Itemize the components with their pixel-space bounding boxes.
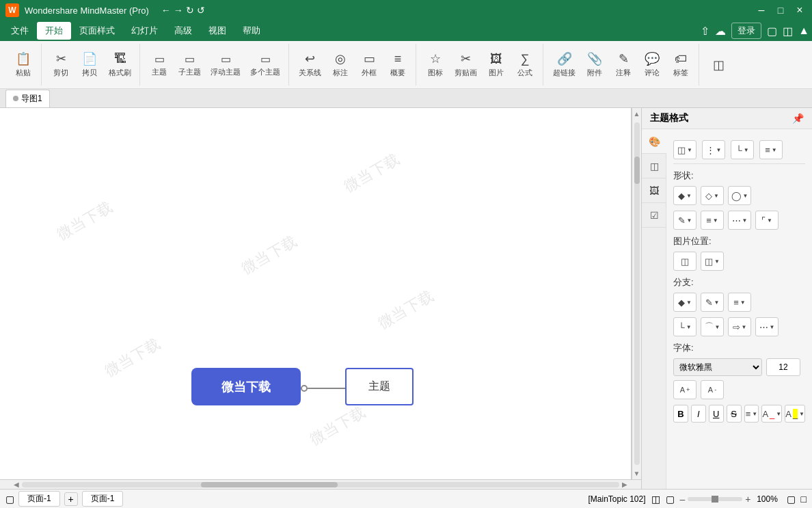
paste-btn[interactable]: 📋 粘贴 [10, 49, 37, 80]
cut-btn[interactable]: ✂ 剪切 [47, 49, 75, 80]
misc-btn[interactable]: ◫ [705, 55, 732, 75]
img-pos-btn-2[interactable]: ◫▼ [701, 252, 724, 271]
branch-style-btn-4[interactable]: ⋯▼ [755, 317, 779, 336]
outline-btn[interactable]: ◇▼ [701, 186, 724, 205]
formula-label: 公式 [517, 68, 532, 78]
picture-btn[interactable]: 🖼 图片 [483, 50, 510, 80]
highlight-btn[interactable]: A_▼ [785, 405, 805, 423]
root-node[interactable]: 微当下载 [191, 368, 301, 405]
tag-btn[interactable]: 🏷 标签 [667, 50, 694, 80]
hyperlink-btn[interactable]: 🔗 超链接 [549, 49, 580, 80]
relation-btn[interactable]: ↩ 关系线 [295, 49, 325, 80]
shape-row-1: ◆▼ ◇▼ ◯▼ [673, 186, 805, 205]
panel-tab-check[interactable]: ☑ [642, 203, 666, 228]
page-tab-1[interactable]: 页面-1 [18, 491, 60, 507]
branch-fill-btn[interactable]: ◆▼ [673, 293, 696, 312]
tab-diagram1[interactable]: 导图1 [5, 90, 50, 107]
formula-btn[interactable]: ∑ 公式 [511, 50, 539, 80]
annotation-btn[interactable]: ✎ 注释 [610, 49, 637, 80]
menu-page-style[interactable]: 页面样式 [71, 22, 123, 40]
comment-btn[interactable]: 💬 评论 [638, 49, 666, 80]
strikethrough-btn[interactable]: S [727, 405, 742, 423]
layout-btn-2[interactable]: ⋮▼ [702, 140, 725, 159]
fit-screen-btn[interactable]: ▢ [787, 494, 796, 505]
redo2-btn[interactable]: ↺ [197, 5, 205, 16]
shadow-btn[interactable]: ◯▼ [728, 186, 751, 205]
font-color-btn[interactable]: A_▼ [761, 405, 782, 423]
fit-icon-2[interactable]: ▢ [666, 494, 675, 505]
underline-btn[interactable]: U [709, 405, 724, 423]
italic-btn[interactable]: I [691, 405, 706, 423]
hscroll-right-btn[interactable]: ▶ [622, 481, 627, 488]
menu-start[interactable]: 开始 [37, 22, 71, 40]
font-section: 字体: 微软雅黑 A+ A- B I U S ≡▼ [673, 342, 805, 423]
zoom-plus-btn[interactable]: + [745, 494, 750, 505]
branch-style-btn-1[interactable]: └▼ [673, 317, 696, 336]
branch-pen-btn[interactable]: ✎▼ [701, 293, 724, 312]
menu-slideshow[interactable]: 幻灯片 [123, 22, 166, 40]
zoom-slider[interactable] [688, 497, 742, 501]
branch-style-btn-2[interactable]: ⌒▼ [701, 317, 724, 336]
lines-btn[interactable]: ≡▼ [701, 211, 724, 230]
font-size-input[interactable] [766, 358, 800, 376]
canvas[interactable]: 微当下载 微当下载 微当下载 微当下载 微当下载 微当下载 微当下载 主题 [0, 108, 632, 479]
login-btn[interactable]: 登录 [731, 23, 761, 39]
subtopic-btn[interactable]: ▭ 子主题 [174, 51, 205, 79]
close-btn[interactable]: × [793, 3, 807, 17]
panel-tab-image[interactable]: 🖼 [642, 178, 666, 203]
layout-btn-3[interactable]: └▼ [731, 140, 754, 159]
cut-label: 剪切 [53, 68, 68, 78]
layout-btn-4[interactable]: ≡▼ [759, 140, 783, 159]
dash-btn[interactable]: ⋯▼ [728, 211, 751, 230]
panel-tab-layout[interactable]: ◫ [642, 154, 666, 178]
undo-btn[interactable]: ← [161, 5, 171, 16]
menu-view[interactable]: 视图 [200, 22, 234, 40]
boundary-btn[interactable]: ▭ 外框 [355, 49, 383, 80]
page-tab-active[interactable]: 页面-1 [82, 491, 124, 507]
corner-btn[interactable]: ⌜▼ [755, 211, 779, 230]
bold-btn[interactable]: B [673, 405, 688, 423]
connector-line [308, 388, 349, 389]
font-name-select[interactable]: 微软雅黑 [673, 358, 762, 376]
layout-btn-1[interactable]: ◫▼ [673, 140, 696, 159]
summary-btn[interactable]: ≡ 概要 [384, 50, 411, 80]
hscroll-left-btn[interactable]: ◀ [14, 481, 19, 488]
hscroll-track[interactable] [22, 482, 619, 487]
attachment-btn[interactable]: 📎 附件 [581, 49, 608, 80]
font-size-up-btn[interactable]: A+ [673, 380, 696, 399]
font-size-down-btn[interactable]: A- [701, 380, 724, 399]
vscroll-thumb[interactable] [634, 157, 640, 184]
menu-file[interactable]: 文件 [3, 22, 37, 40]
zoom-minus-btn[interactable]: – [680, 494, 686, 505]
pen-btn[interactable]: ✎▼ [673, 211, 696, 230]
img-pos-btn-1[interactable]: ◫ [673, 252, 696, 271]
minimize-btn[interactable]: – [755, 3, 768, 17]
menu-help[interactable]: 帮助 [234, 22, 269, 40]
icon-btn[interactable]: ☆ 图标 [422, 49, 449, 80]
add-page-btn[interactable]: + [64, 492, 78, 506]
undo2-btn[interactable]: ↻ [186, 5, 194, 16]
topic-btn[interactable]: ▭ 主题 [146, 51, 173, 79]
maximize-btn[interactable]: □ [774, 3, 787, 17]
vscroll-track[interactable] [634, 122, 640, 465]
branch-lines-btn[interactable]: ≡▼ [728, 293, 751, 312]
redo-btn[interactable]: → [174, 5, 183, 16]
sub-node[interactable]: 主题 [345, 368, 414, 405]
panel-tab-style[interactable]: 🎨 [642, 129, 666, 154]
vertical-scrollbar[interactable]: ▲ ▼ [632, 108, 641, 479]
clipart-btn[interactable]: ✂ 剪贴画 [450, 49, 481, 80]
branch-style-btn-3[interactable]: ⇨▼ [728, 317, 751, 336]
horizontal-scrollbar[interactable]: ◀ ▶ [0, 479, 641, 489]
fit-width-btn[interactable]: □ [801, 494, 807, 505]
fit-icon-1[interactable]: ◫ [651, 494, 660, 505]
fill-color-btn[interactable]: ◆▼ [673, 186, 696, 205]
menu-advanced[interactable]: 高级 [166, 22, 200, 40]
format-painter-btn[interactable]: 🏗 格式刷 [105, 50, 135, 80]
floating-topic-btn[interactable]: ▭ 浮动主题 [206, 51, 245, 79]
callout-btn[interactable]: ◎ 标注 [327, 49, 354, 80]
hscroll-thumb[interactable] [201, 482, 338, 487]
multiple-topic-btn[interactable]: ▭ 多个主题 [246, 51, 284, 79]
align-btn[interactable]: ≡▼ [744, 405, 759, 423]
watermark-5: 微当下载 [101, 334, 163, 382]
copy-btn[interactable]: 📄 拷贝 [76, 49, 103, 80]
